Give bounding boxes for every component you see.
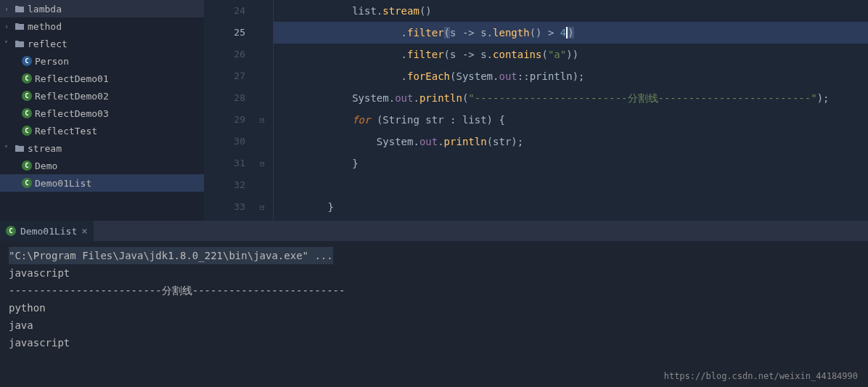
code-line[interactable]: .filter(s -> s.length() > 4): [273, 22, 868, 44]
token: ::println);: [517, 70, 585, 82]
code-line[interactable]: .forEach(System.out::println);: [273, 65, 868, 87]
tree-label: stream: [28, 143, 62, 154]
tree-label: method: [28, 21, 62, 32]
tree-file[interactable]: CReflectDemo02: [0, 87, 204, 105]
code-line[interactable]: .filter(s -> s.contains("a")): [273, 44, 868, 65]
tree-folder[interactable]: ˅stream: [0, 139, 204, 157]
console-line: javascript: [9, 264, 859, 282]
tree-folder[interactable]: ›method: [0, 17, 204, 35]
fold-marker-icon[interactable]: ⊟: [260, 159, 265, 168]
console-line: -------------------------分割线------------…: [9, 282, 859, 299]
token: (): [419, 5, 432, 17]
line-number[interactable]: 28: [204, 87, 245, 109]
token: ): [566, 27, 573, 38]
token: "a": [548, 49, 566, 60]
tree-label: reflect: [28, 38, 67, 49]
token: [279, 114, 352, 126]
token: for: [352, 114, 370, 126]
token: String: [382, 114, 425, 126]
token: forEach: [407, 70, 450, 82]
tab-label: Demo01List: [20, 226, 77, 237]
fold-column[interactable]: ⊟⊟⊟: [258, 0, 273, 221]
run-tab-bar: C Demo01List ×: [0, 221, 868, 241]
line-number[interactable]: 29: [204, 109, 245, 131]
token: }: [279, 201, 334, 213]
tree-label: Demo: [35, 160, 57, 171]
line-number[interactable]: 26: [204, 44, 245, 65]
class-icon: C: [22, 126, 32, 136]
tree-label: ReflectTest: [35, 126, 97, 137]
token: .: [279, 70, 407, 82]
token: 4: [560, 27, 566, 38]
code-line[interactable]: [273, 174, 868, 196]
tree-file[interactable]: CDemo: [0, 157, 204, 174]
code-line[interactable]: for (String str : list) {: [273, 109, 868, 131]
token: );: [817, 92, 830, 104]
code-line[interactable]: System.out.println("--------------------…: [273, 87, 868, 109]
code-editor[interactable]: 24252627282930313233 ⊟⊟⊟ list.stream() .…: [204, 0, 868, 221]
tree-file[interactable]: CDemo01List: [0, 174, 204, 192]
tree-label: ReflectDemo01: [35, 73, 109, 84]
line-number[interactable]: 24: [204, 0, 245, 22]
code-line[interactable]: }: [273, 196, 868, 218]
token: () >: [530, 27, 560, 38]
tree-file[interactable]: CReflectTest: [0, 122, 204, 139]
class-icon: C: [22, 108, 32, 118]
line-number[interactable]: 33: [204, 196, 245, 218]
line-number[interactable]: 31: [204, 152, 245, 174]
token: filter: [407, 27, 444, 38]
code-line[interactable]: System.out.println(str);: [273, 131, 868, 152]
token: (str);: [487, 136, 524, 147]
class-icon: C: [22, 56, 32, 66]
line-gutter: 24252627282930313233: [204, 0, 258, 221]
console-line: java: [9, 317, 859, 334]
class-icon: C: [22, 160, 32, 171]
run-tab[interactable]: C Demo01List ×: [0, 221, 94, 241]
tree-label: ReflectDemo02: [35, 91, 109, 102]
tree-file[interactable]: CReflectDemo03: [0, 105, 204, 122]
tree-folder[interactable]: ›lambda: [0, 0, 204, 17]
line-number[interactable]: 25: [204, 22, 245, 44]
console-output[interactable]: "C:\Program Files\Java\jdk1.8.0_221\bin\…: [0, 241, 868, 387]
token: str : list) {: [425, 114, 505, 126]
token: println: [419, 92, 462, 104]
console-line: python: [9, 299, 859, 317]
line-number[interactable]: 27: [204, 65, 245, 87]
token: }: [279, 158, 359, 169]
line-number[interactable]: 30: [204, 131, 245, 152]
token: (: [370, 114, 382, 126]
line-number[interactable]: 32: [204, 174, 245, 196]
token: out: [419, 136, 438, 147]
tree-file[interactable]: CReflectDemo01: [0, 70, 204, 87]
token: filter: [407, 49, 444, 60]
token: println: [444, 136, 487, 147]
watermark: https://blog.csdn.net/weixin_44184990: [664, 371, 858, 381]
token: System.: [352, 92, 395, 104]
token: System.: [456, 70, 499, 82]
chevron-icon: ˅: [4, 144, 12, 152]
token: contains: [493, 49, 541, 60]
token: (s -> s.: [444, 49, 493, 60]
token: out: [395, 92, 413, 104]
token: .: [279, 49, 407, 60]
folder-icon: [15, 21, 25, 31]
chevron-icon: ›: [4, 23, 12, 30]
fold-marker-icon[interactable]: ⊟: [260, 203, 265, 212]
code-area[interactable]: list.stream() .filter(s -> s.length() > …: [273, 0, 868, 221]
token: "-------------------------分割线-----------…: [468, 92, 816, 104]
tree-folder[interactable]: ˅reflect: [0, 35, 204, 52]
folder-icon: [15, 38, 25, 49]
tree-file[interactable]: CPerson: [0, 52, 204, 70]
chevron-icon: ›: [4, 5, 12, 13]
code-line[interactable]: list.stream(): [273, 0, 868, 22]
token: .: [279, 27, 407, 38]
folder-icon: [15, 4, 25, 14]
token: (: [444, 27, 450, 38]
token: )): [566, 49, 578, 60]
project-tree[interactable]: ›lambda›method˅reflectCPersonCReflectDem…: [0, 0, 204, 221]
code-line[interactable]: }: [273, 152, 868, 174]
token: stream: [382, 5, 419, 17]
close-icon[interactable]: ×: [81, 225, 87, 237]
token: out: [499, 70, 517, 82]
fold-marker-icon[interactable]: ⊟: [260, 115, 265, 125]
